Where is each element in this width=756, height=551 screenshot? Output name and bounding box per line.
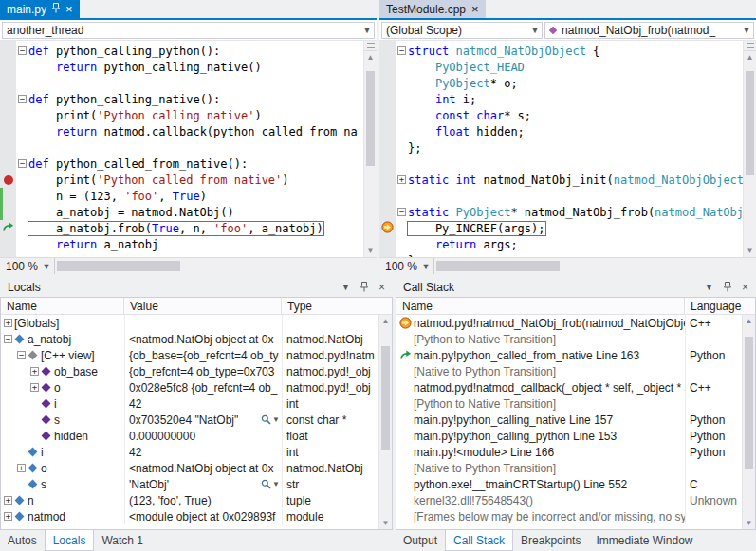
locals-row[interactable]: +natmod<module object at 0x029893fmodule [1, 508, 378, 524]
breakpoint-margin-cell[interactable] [0, 204, 16, 220]
breakpoint-margin-cell[interactable] [379, 220, 396, 236]
callstack-row[interactable]: main.py!python_calling_python Line 153Py… [396, 428, 742, 444]
breakpoint-margin-cell[interactable] [0, 139, 16, 156]
locals-row[interactable]: +ob_base{ob_refcnt=4 ob_type=0x703natmod… [1, 363, 378, 379]
callstack-row[interactable]: [Python to Native Transition] [396, 331, 742, 347]
breakpoint-margin-cell[interactable] [379, 91, 396, 107]
breakpoint-margin-cell[interactable] [379, 107, 396, 123]
locals-header[interactable]: Locals ▼ × [0, 277, 393, 297]
callstack-row[interactable]: [Native to Python Transition] [396, 363, 742, 379]
callstack-group-tab-output[interactable]: Output [396, 530, 445, 551]
vertical-scrollbar[interactable]: ▲ ▼ [378, 315, 392, 529]
callstack-group-tab-call-stack[interactable]: Call Stack [445, 530, 513, 551]
breakpoint-margin-cell[interactable] [379, 139, 396, 156]
scroll-thumb[interactable] [436, 261, 560, 271]
scroll-thumb[interactable] [57, 261, 180, 271]
scroll-up-icon[interactable]: ▲ [744, 51, 756, 64]
scroll-track[interactable] [744, 64, 756, 245]
callstack-group-tab-immediate-window[interactable]: Immediate Window [588, 530, 700, 551]
breakpoint-margin-cell[interactable] [379, 59, 396, 75]
tree-expander[interactable]: + [30, 383, 39, 392]
code-editor-cpp[interactable]: −struct natmod_NatObjObject { PyObject_H… [379, 43, 743, 257]
breakpoint-margin-cell[interactable] [379, 123, 396, 139]
horizontal-scrollbar[interactable] [55, 258, 377, 274]
outline-toggle[interactable]: − [16, 159, 28, 168]
breakpoint-margin-cell[interactable] [379, 75, 396, 91]
breakpoint-margin-cell[interactable] [0, 156, 16, 172]
callstack-header[interactable]: Call Stack ▼ × [396, 277, 756, 297]
close-icon[interactable]: × [374, 282, 390, 293]
breakpoint-margin-cell[interactable] [379, 204, 396, 220]
tab-testmodule-cpp[interactable]: TestModule.cpp × [379, 0, 486, 18]
scroll-down-icon[interactable]: ▼ [744, 245, 756, 257]
column-header-name[interactable]: Name [1, 298, 124, 314]
locals-row[interactable]: +o0x028e5fc8 {ob_refcnt=4 ob_natmod.pyd!… [1, 379, 378, 395]
breakpoint-margin-cell[interactable] [0, 172, 16, 188]
horizontal-scrollbar[interactable] [434, 258, 756, 274]
locals-row[interactable]: s0x703520e4 "NatObj"▼const char * [1, 412, 378, 428]
tree-expander[interactable]: + [17, 464, 26, 472]
locals-group-tab-autos[interactable]: Autos [0, 530, 45, 551]
close-icon[interactable]: × [65, 3, 73, 15]
locals-row[interactable]: hidden0.000000000float [1, 428, 378, 444]
scroll-down-icon[interactable]: ▼ [743, 517, 755, 529]
tree-expander[interactable]: − [4, 335, 12, 343]
scroll-thumb[interactable] [381, 346, 390, 450]
breakpoint-margin-cell[interactable] [379, 172, 396, 188]
callstack-row[interactable]: natmod.pyd!natmod_NatObj_frob(natmod_Nat… [396, 315, 742, 331]
navigation-dropdown[interactable]: another_thread ▼ [2, 22, 375, 39]
scroll-up-icon[interactable]: ▲ [364, 51, 377, 64]
window-menu-icon[interactable]: ▼ [338, 283, 354, 292]
column-header-language[interactable]: Language [685, 298, 755, 314]
breakpoint-margin-cell[interactable] [0, 59, 16, 75]
scroll-up-icon[interactable]: ▲ [379, 315, 392, 327]
scroll-track[interactable] [364, 64, 377, 245]
scroll-down-icon[interactable]: ▼ [364, 245, 377, 257]
locals-row[interactable]: s'NatObj'▼str [1, 476, 378, 492]
close-icon[interactable]: × [471, 3, 479, 15]
tab-main-py[interactable]: main.py × [0, 0, 80, 18]
breakpoint-margin-cell[interactable] [0, 91, 16, 107]
scroll-track[interactable] [379, 327, 392, 517]
callstack-row[interactable]: [Native to Python Transition] [396, 460, 742, 476]
tree-expander[interactable]: − [17, 351, 26, 359]
breakpoint-margin-cell[interactable] [0, 107, 16, 123]
window-menu-icon[interactable]: ▼ [701, 283, 717, 292]
breakpoint-margin-cell[interactable] [0, 75, 16, 91]
scroll-down-icon[interactable]: ▼ [379, 517, 392, 529]
outline-toggle[interactable]: − [396, 208, 408, 216]
scroll-thumb[interactable] [746, 71, 754, 175]
breakpoint-margin-cell[interactable] [379, 156, 396, 172]
pin-icon[interactable] [356, 282, 372, 292]
callstack-row[interactable]: [Python to Native Transition] [396, 395, 742, 412]
breakpoint-margin-cell[interactable] [379, 236, 396, 252]
scroll-thumb[interactable] [745, 337, 753, 469]
locals-row[interactable]: i42int [1, 444, 378, 460]
outline-toggle[interactable]: − [396, 46, 408, 55]
column-header-value[interactable]: Value [124, 298, 282, 314]
scroll-track[interactable] [743, 327, 755, 517]
locals-row[interactable]: i42int [1, 395, 378, 412]
vertical-scrollbar[interactable]: ▲ ▼ [363, 41, 377, 257]
breakpoint-margin-cell[interactable] [379, 43, 396, 59]
outline-toggle[interactable]: − [16, 46, 28, 55]
code-editor-python[interactable]: −def python_calling_python(): return pyt… [0, 43, 363, 257]
vertical-scrollbar[interactable]: ▲ ▼ [743, 41, 756, 257]
breakpoint-margin-cell[interactable] [0, 43, 16, 59]
callstack-row[interactable]: main.py!python_called_from_native Line 1… [396, 347, 742, 363]
pin-icon[interactable] [719, 282, 735, 292]
breakpoint-margin-cell[interactable] [379, 188, 396, 204]
locals-row[interactable]: −a_natobj<natmod.NatObj object at 0xnatm… [1, 331, 378, 347]
callstack-row[interactable]: main.py!<module> Line 166Python [396, 444, 742, 460]
locals-row[interactable]: +n(123, 'foo', True)tuple [1, 492, 378, 508]
split-grip[interactable] [364, 41, 377, 51]
member-dropdown[interactable]: natmod_NatObj_frob(natmod_ ▼ [544, 22, 754, 39]
locals-row[interactable]: +[Globals] [1, 315, 378, 331]
callstack-row[interactable]: kernel32.dll!75648543()Unknown [396, 492, 742, 508]
zoom-control[interactable]: 100 % ▼ [379, 258, 434, 274]
outline-toggle[interactable]: − [16, 95, 28, 103]
locals-group-tab-watch-1[interactable]: Watch 1 [94, 530, 151, 551]
value-visualizer-button[interactable]: ▼ [259, 479, 282, 489]
value-visualizer-button[interactable]: ▼ [259, 414, 282, 425]
close-icon[interactable]: × [737, 282, 753, 293]
